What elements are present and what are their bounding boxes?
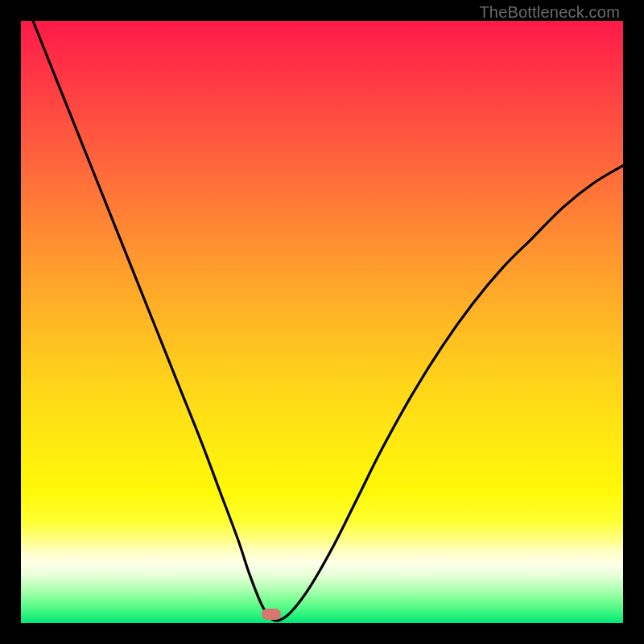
optimal-marker: [262, 609, 281, 620]
watermark-text: TheBottleneck.com: [479, 3, 620, 22]
chart-frame: TheBottleneck.com: [0, 0, 644, 644]
curve-svg: [21, 21, 623, 623]
plot-area: [21, 21, 623, 623]
bottleneck-curve: [33, 21, 623, 621]
